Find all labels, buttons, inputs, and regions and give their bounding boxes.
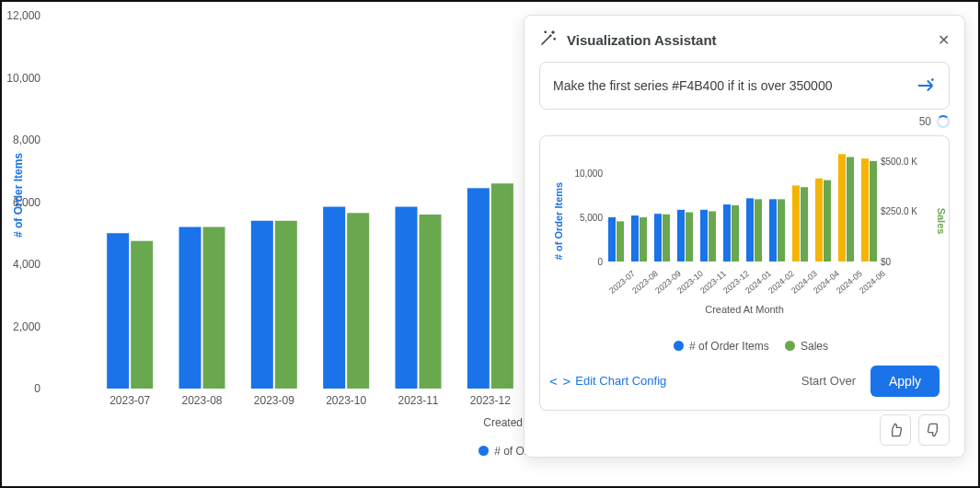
send-button[interactable]	[910, 72, 941, 99]
svg-rect-31	[746, 198, 754, 261]
visualization-assistant-panel: Visualization Assistant ✕ 50 # of Order …	[524, 15, 965, 458]
preview-plot	[605, 151, 881, 261]
svg-rect-11	[491, 183, 513, 389]
svg-rect-23	[654, 214, 662, 261]
svg-rect-36	[801, 187, 808, 261]
start-over-button[interactable]: Start Over	[801, 374, 856, 388]
svg-rect-42	[870, 161, 877, 261]
svg-rect-24	[663, 215, 670, 261]
code-icon: < >	[549, 374, 570, 389]
svg-rect-35	[792, 185, 800, 261]
preview-x-label: Created At Month	[549, 304, 940, 315]
svg-rect-9	[420, 215, 442, 389]
svg-rect-38	[824, 180, 831, 261]
svg-rect-20	[617, 221, 624, 261]
svg-rect-2	[179, 227, 202, 389]
panel-title: Visualization Assistant	[567, 32, 928, 48]
svg-rect-6	[323, 207, 345, 389]
svg-rect-10	[467, 188, 490, 389]
svg-rect-37	[815, 179, 823, 261]
svg-rect-34	[778, 199, 785, 261]
svg-rect-1	[131, 241, 153, 389]
svg-rect-4	[251, 221, 273, 389]
svg-rect-26	[686, 213, 693, 261]
svg-rect-0	[107, 233, 129, 389]
prompt-input[interactable]	[551, 77, 903, 94]
preview-legend: # of Order Items Sales	[549, 339, 940, 353]
loading-spinner-icon	[937, 115, 950, 128]
svg-rect-19	[608, 217, 616, 261]
svg-point-18	[931, 78, 934, 81]
svg-rect-41	[861, 158, 869, 261]
svg-rect-8	[396, 207, 418, 389]
svg-rect-39	[838, 154, 846, 261]
prompt-input-row	[539, 62, 950, 110]
apply-button[interactable]: Apply	[870, 366, 940, 397]
preview-y-right-label: Sales	[936, 208, 947, 235]
chart-preview: # of Order Items Sales 05,00010,000 $0$2…	[539, 135, 950, 411]
magic-wand-icon	[539, 29, 558, 51]
svg-rect-29	[723, 204, 731, 261]
svg-rect-21	[631, 215, 639, 261]
svg-rect-28	[709, 211, 716, 261]
token-counter: 50	[919, 115, 931, 128]
preview-y-left-label: # of Order Items	[553, 182, 564, 260]
thumbs-up-button[interactable]	[880, 414, 911, 446]
svg-rect-3	[203, 227, 225, 389]
svg-rect-25	[677, 210, 685, 261]
svg-rect-27	[700, 210, 708, 261]
thumbs-down-button[interactable]	[918, 414, 950, 446]
svg-rect-30	[732, 205, 739, 261]
svg-rect-33	[769, 199, 777, 261]
svg-rect-40	[847, 157, 854, 261]
close-icon[interactable]: ✕	[938, 31, 950, 49]
svg-rect-22	[640, 217, 647, 261]
svg-rect-5	[275, 221, 297, 389]
edit-chart-config-link[interactable]: < > Edit Chart Config	[549, 374, 666, 389]
svg-rect-7	[347, 213, 369, 389]
svg-rect-32	[755, 199, 762, 261]
